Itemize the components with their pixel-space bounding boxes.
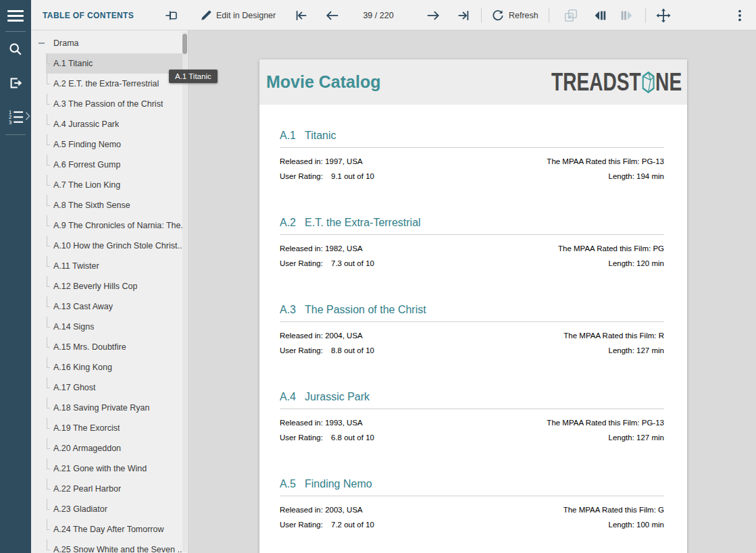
toc-item[interactable]: A.21 Gone with the Wind — [46, 458, 182, 479]
rating-field: User Rating:7.3 out of 10 — [280, 259, 374, 267]
toolbar-separator — [549, 8, 549, 23]
rating-value: 7.2 out of 10 — [331, 521, 374, 529]
toc-item[interactable]: A.15 Mrs. Doubtfire — [46, 337, 182, 357]
toc-item-label: A.4 Jurassic Park — [53, 120, 119, 129]
released-field: Released in: 1982, USA — [280, 244, 363, 253]
arrow-right-icon — [426, 8, 440, 23]
mpaa-value: R — [659, 332, 664, 340]
history-back-icon — [593, 8, 607, 23]
toc-item-label: A.5 Finding Nemo — [53, 140, 121, 149]
rating-value: 8.8 out of 10 — [331, 346, 374, 354]
toc-item[interactable]: A.20 Armageddon — [46, 438, 182, 458]
toc-scrollbar-thumb[interactable] — [182, 34, 187, 54]
last-page-icon — [456, 8, 471, 23]
mpaa-field: The MPAA Rated this Film: PG-13 — [547, 419, 664, 427]
toc-item[interactable]: A.16 King Kong — [46, 357, 182, 377]
rail-divider — [5, 134, 26, 135]
length-field: Length: 100 min — [609, 521, 665, 529]
search-button[interactable] — [0, 39, 31, 59]
toc-item[interactable]: A.25 Snow White and the Seven ... — [46, 539, 182, 553]
toc-scrollbar[interactable] — [182, 32, 187, 552]
pin-icon — [164, 8, 179, 23]
refresh-button[interactable] — [488, 5, 507, 26]
released-field: Released in: 1993, USA — [280, 419, 363, 427]
toc-item[interactable]: A.13 Cast Away — [46, 296, 182, 317]
released-value: 1982, USA — [325, 244, 363, 253]
toc-item-label: A.6 Forrest Gump — [53, 160, 120, 169]
back-to-parent-button[interactable] — [561, 5, 580, 26]
refresh-label[interactable]: Refresh — [509, 5, 538, 26]
first-page-button[interactable] — [292, 5, 311, 26]
toc-item-label: Drama — [53, 38, 79, 48]
toc-item-label: A.11 Twister — [53, 261, 99, 271]
more-options-button[interactable] — [730, 5, 749, 26]
mpaa-value: G — [658, 506, 664, 514]
length-field: Length: 194 min — [609, 172, 665, 180]
toc-item-label: A.3 The Passion of the Christ — [53, 99, 163, 109]
search-icon — [8, 42, 23, 57]
mpaa-field: The MPAA Rated this Film: PG — [558, 244, 664, 253]
mpaa-value: PG-13 — [642, 419, 664, 427]
next-page-button[interactable] — [424, 5, 443, 26]
toc-item[interactable]: A.14 Signs — [46, 317, 182, 337]
toc-item[interactable]: A.9 The Chronicles of Narnia: The... — [46, 215, 182, 236]
movie-entry: A.3The Passion of the Christ Released in… — [280, 304, 664, 391]
toc-item-label: A.22 Pearl Harbor — [53, 484, 121, 494]
pin-panel-button[interactable] — [162, 5, 181, 26]
history-back-button[interactable] — [590, 5, 609, 26]
pan-move-icon — [656, 8, 671, 23]
mpaa-value: PG — [653, 244, 664, 253]
edit-in-designer-button[interactable] — [197, 5, 216, 26]
mpaa-value: PG-13 — [642, 157, 664, 165]
movie-number: A.1 — [280, 130, 296, 141]
last-page-button[interactable] — [454, 5, 473, 26]
toc-item[interactable]: A.17 Ghost — [46, 377, 182, 398]
movie-entry: A.2E.T. the Extra-Terrestrial Released i… — [280, 217, 664, 304]
history-forward-button[interactable] — [618, 5, 636, 26]
heading-divider — [280, 234, 664, 235]
heading-divider — [280, 409, 664, 409]
logo-text-left: TREADST — [551, 68, 641, 97]
panel-expand-handle[interactable] — [25, 111, 30, 121]
toc-item[interactable]: A.6 Forrest Gump — [46, 155, 182, 175]
pan-tool-button[interactable] — [654, 5, 673, 26]
toc-item[interactable]: A.8 The Sixth Sense — [46, 195, 182, 215]
kebab-menu-icon — [734, 8, 746, 23]
toc-item-label: A.19 The Exorcist — [53, 423, 120, 433]
toc-item-label: A.10 How the Grinch Stole Christ... — [53, 241, 182, 251]
toc-item[interactable]: A.23 Gladiator — [46, 499, 182, 519]
toc-item[interactable]: A.3 The Passion of the Christ — [46, 94, 182, 114]
movie-heading: A.1Titanic — [280, 130, 664, 141]
toc-item[interactable]: Drama — [31, 33, 188, 53]
gem-o-icon — [641, 71, 655, 94]
toc-item[interactable]: A.2 E.T. the Extra-Terrestrial — [46, 74, 182, 94]
toc-item[interactable]: A.11 Twister — [46, 256, 182, 276]
toc-item[interactable]: A.18 Saving Private Ryan — [46, 398, 182, 418]
collapse-toggle-icon[interactable] — [39, 43, 45, 44]
numbered-list-icon: 1 2 3 — [7, 108, 24, 124]
document-viewer-area[interactable]: Movie Catalog TREADST NE A.1Tita — [188, 30, 756, 553]
movie-title: Finding Nemo — [305, 478, 372, 490]
toc-item[interactable]: A.4 Jurassic Park — [46, 114, 182, 134]
rating-value: 7.3 out of 10 — [331, 259, 374, 267]
export-button[interactable] — [0, 73, 31, 93]
previous-page-button[interactable] — [323, 5, 342, 26]
toc-item[interactable]: A.19 The Exorcist — [46, 418, 182, 438]
toc-item[interactable]: A.12 Beverly Hills Cop — [46, 276, 182, 296]
toc-item[interactable]: A.7 The Lion King — [46, 175, 182, 195]
toc-item[interactable]: A.10 How the Grinch Stole Christ... — [46, 236, 182, 256]
heading-divider — [280, 321, 664, 322]
toc-item-label: A.17 Ghost — [53, 383, 96, 392]
menu-button[interactable] — [0, 5, 31, 26]
movie-heading: A.4Jurassic Park — [280, 391, 664, 402]
released-value: 1997, USA — [325, 157, 363, 165]
pencil-icon — [200, 9, 212, 22]
toc-item[interactable]: A.22 Pearl Harbor — [46, 479, 182, 499]
movie-entry: A.4Jurassic Park Released in: 1993, USA … — [280, 391, 664, 478]
edit-in-designer-label[interactable]: Edit in Designer — [216, 5, 276, 26]
toc-item-label: A.21 Gone with the Wind — [53, 464, 147, 473]
toc-item[interactable]: A.24 The Day After Tomorrow — [46, 519, 182, 539]
report-viewer-app: 1 2 3 TABLE OF CONTENTS — [0, 0, 756, 553]
toc-item[interactable]: A.5 Finding Nemo — [46, 134, 182, 155]
toc-item[interactable]: A.1 Titanic — [46, 53, 182, 74]
